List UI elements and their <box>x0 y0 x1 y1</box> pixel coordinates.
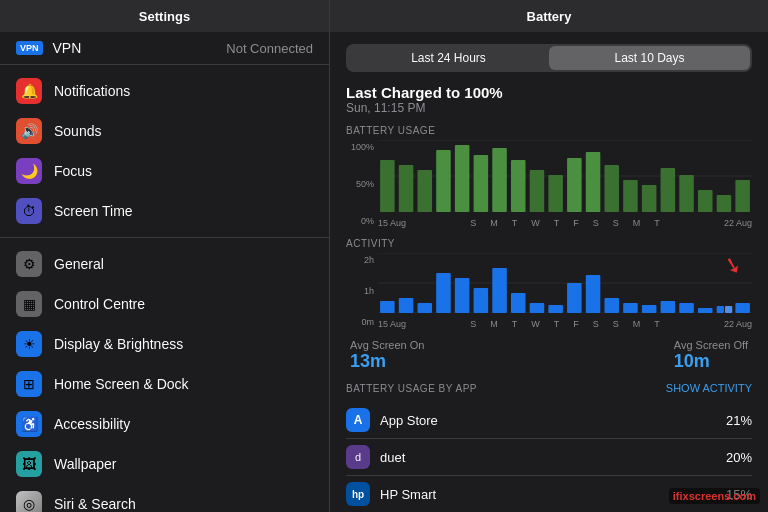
accessibility-icon: ♿ <box>16 411 42 437</box>
vpn-status: Not Connected <box>226 41 313 56</box>
battery-usage-label: BATTERY USAGE <box>346 125 752 136</box>
siri-icon: ◎ <box>16 491 42 512</box>
avg-screen-on-value: 13m <box>350 351 424 372</box>
svg-rect-46 <box>735 303 750 313</box>
sidebar-item-notifications[interactable]: 🔔 Notifications <box>0 71 329 111</box>
list-item[interactable]: A App Store 21% <box>346 402 752 439</box>
home-screen-label: Home Screen & Dock <box>54 376 189 392</box>
activity-section: ACTIVITY 2h 1h 0m <box>346 238 752 329</box>
duet-icon: d <box>346 445 370 469</box>
hp-smart-icon: hp <box>346 482 370 506</box>
svg-rect-30 <box>455 278 470 313</box>
chart-pct-100: 100% <box>346 142 374 152</box>
svg-rect-44 <box>717 306 724 313</box>
display-brightness-label: Display & Brightness <box>54 336 183 352</box>
chart-pct-50: 50% <box>346 179 374 189</box>
svg-rect-10 <box>511 160 526 212</box>
battery-charged-text: Last Charged to 100% <box>346 84 752 101</box>
sidebar-item-siri-search[interactable]: ◎ Siri & Search <box>0 484 329 512</box>
activity-day-labels: SMTWTFSSMT <box>470 319 660 329</box>
app-pct: 15% <box>726 487 752 502</box>
chart-pct-0: 0% <box>346 216 374 226</box>
sidebar-item-display-brightness[interactable]: ☀ Display & Brightness <box>0 324 329 364</box>
svg-rect-3 <box>380 160 395 212</box>
sidebar-section-1: 🔔 Notifications 🔊 Sounds 🌙 Focus ⏱ Scree… <box>0 65 329 238</box>
sidebar-item-accessibility[interactable]: ♿ Accessibility <box>0 404 329 444</box>
general-icon: ⚙ <box>16 251 42 277</box>
app-store-small-icon: A <box>346 408 370 432</box>
svg-rect-43 <box>698 308 713 313</box>
svg-rect-19 <box>679 175 694 212</box>
app-name: duet <box>380 450 716 465</box>
svg-rect-14 <box>586 152 601 212</box>
sidebar-item-sounds[interactable]: 🔊 Sounds <box>0 111 329 151</box>
wallpaper-label: Wallpaper <box>54 456 117 472</box>
activity-chart <box>378 253 752 313</box>
notifications-label: Notifications <box>54 83 130 99</box>
sidebar-item-screen-time[interactable]: ⏱ Screen Time <box>0 191 329 231</box>
battery-title: Battery <box>527 9 572 24</box>
sidebar-item-wallpaper[interactable]: 🖼 Wallpaper <box>0 444 329 484</box>
chart-date-start: 15 Aug <box>378 218 406 228</box>
battery-info: Last Charged to 100% Sun, 11:15 PM <box>346 84 752 115</box>
app-name: HP Smart <box>380 487 716 502</box>
svg-rect-33 <box>511 293 526 313</box>
app-name: App Store <box>380 413 716 428</box>
list-item[interactable]: d duet 20% <box>346 439 752 476</box>
avg-screen-off: Avg Screen Off 10m <box>674 339 748 372</box>
svg-rect-21 <box>717 195 732 212</box>
battery-usage-chart <box>378 140 752 212</box>
vpn-row[interactable]: VPN VPN Not Connected <box>0 32 329 65</box>
sidebar-item-general[interactable]: ⚙ General <box>0 244 329 284</box>
battery-tabs: Last 24 Hours Last 10 Days <box>346 44 752 72</box>
sidebar-item-control-centre[interactable]: ▦ Control Centre <box>0 284 329 324</box>
svg-rect-15 <box>604 165 619 212</box>
chart-axis-labels: 15 Aug SMTWTFSSMT 22 Aug <box>378 218 752 228</box>
svg-rect-28 <box>417 303 432 313</box>
control-centre-label: Control Centre <box>54 296 145 312</box>
sidebar: VPN VPN Not Connected 🔔 Notifications 🔊 … <box>0 32 330 512</box>
accessibility-label: Accessibility <box>54 416 130 432</box>
svg-rect-8 <box>474 155 489 212</box>
chart-date-end: 22 Aug <box>724 218 752 228</box>
battery-usage-section: BATTERY USAGE 100% 50% 0% <box>346 125 752 228</box>
app-pct: 20% <box>726 450 752 465</box>
focus-label: Focus <box>54 163 92 179</box>
focus-icon: 🌙 <box>16 158 42 184</box>
main-layout: VPN VPN Not Connected 🔔 Notifications 🔊 … <box>0 32 768 512</box>
sidebar-item-home-screen[interactable]: ⊞ Home Screen & Dock <box>0 364 329 404</box>
tab-10d[interactable]: Last 10 Days <box>549 46 750 70</box>
activity-high: 2h <box>346 255 374 265</box>
stats-row: Avg Screen On 13m Avg Screen Off 10m <box>346 339 752 372</box>
activity-axis-labels: 15 Aug SMTWTFSSMT 22 Aug <box>378 319 752 329</box>
battery-detail: Last 24 Hours Last 10 Days Last Charged … <box>330 32 768 512</box>
activity-low: 0m <box>346 317 374 327</box>
display-brightness-icon: ☀ <box>16 331 42 357</box>
battery-by-app-label: BATTERY USAGE BY APP <box>346 383 477 394</box>
list-item[interactable]: hp HP Smart 15% <box>346 476 752 512</box>
svg-rect-5 <box>417 170 432 212</box>
show-activity-row: BATTERY USAGE BY APP SHOW ACTIVITY <box>346 382 752 394</box>
activity-mid: 1h <box>346 286 374 296</box>
tab-24h[interactable]: Last 24 Hours <box>348 46 549 70</box>
svg-rect-18 <box>661 168 676 212</box>
chart-day-labels: SMTWTFSSMT <box>470 218 660 228</box>
svg-rect-34 <box>530 303 545 313</box>
show-activity-button[interactable]: SHOW ACTIVITY <box>666 382 752 394</box>
app-pct: 21% <box>726 413 752 428</box>
sidebar-item-focus[interactable]: 🌙 Focus <box>0 151 329 191</box>
control-centre-icon: ▦ <box>16 291 42 317</box>
svg-rect-39 <box>623 303 638 313</box>
avg-screen-off-label: Avg Screen Off <box>674 339 748 351</box>
svg-rect-35 <box>548 305 563 313</box>
svg-rect-37 <box>586 275 601 313</box>
app-battery-list: A App Store 21% d duet 20% hp HP Smart 1… <box>346 402 752 512</box>
activity-date-end: 22 Aug <box>724 319 752 329</box>
screen-time-label: Screen Time <box>54 203 133 219</box>
svg-rect-7 <box>455 145 470 212</box>
svg-rect-17 <box>642 185 657 212</box>
svg-rect-45 <box>725 306 732 313</box>
general-label: General <box>54 256 104 272</box>
svg-rect-31 <box>474 288 489 313</box>
activity-date-start: 15 Aug <box>378 319 406 329</box>
